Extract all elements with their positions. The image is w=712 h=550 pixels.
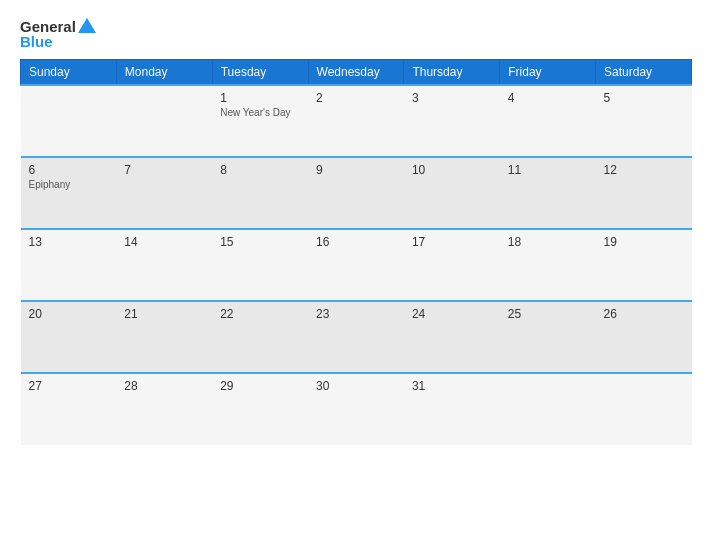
calendar-week-5: 2728293031 (21, 373, 692, 445)
calendar-week-2: 6Epiphany789101112 (21, 157, 692, 229)
calendar-cell: 31 (404, 373, 500, 445)
day-number: 31 (412, 379, 492, 393)
day-number: 3 (412, 91, 492, 105)
day-number: 1 (220, 91, 300, 105)
day-number: 11 (508, 163, 588, 177)
calendar-cell: 5 (596, 85, 692, 157)
days-of-week-row: SundayMondayTuesdayWednesdayThursdayFrid… (21, 60, 692, 86)
day-number: 20 (29, 307, 109, 321)
calendar-cell (21, 85, 117, 157)
calendar-cell: 17 (404, 229, 500, 301)
day-number: 27 (29, 379, 109, 393)
calendar-cell: 9 (308, 157, 404, 229)
calendar-cell: 7 (116, 157, 212, 229)
header: GeneralBlue (20, 18, 692, 49)
day-number: 5 (604, 91, 684, 105)
calendar-table: SundayMondayTuesdayWednesdayThursdayFrid… (20, 59, 692, 445)
calendar-cell: 18 (500, 229, 596, 301)
calendar-cell: 28 (116, 373, 212, 445)
holiday-label: New Year's Day (220, 107, 300, 118)
day-number: 4 (508, 91, 588, 105)
calendar-cell: 14 (116, 229, 212, 301)
day-number: 26 (604, 307, 684, 321)
calendar-week-1: 1New Year's Day2345 (21, 85, 692, 157)
calendar-cell: 27 (21, 373, 117, 445)
day-header-friday: Friday (500, 60, 596, 86)
logo-general-text: General (20, 19, 76, 34)
calendar-cell: 29 (212, 373, 308, 445)
day-number: 21 (124, 307, 204, 321)
day-number: 2 (316, 91, 396, 105)
calendar-cell: 6Epiphany (21, 157, 117, 229)
logo-blue-text: Blue (20, 34, 53, 49)
calendar-cell: 13 (21, 229, 117, 301)
logo-triangle-icon (78, 18, 96, 33)
day-number: 18 (508, 235, 588, 249)
calendar-body: 1New Year's Day23456Epiphany789101112131… (21, 85, 692, 445)
day-number: 14 (124, 235, 204, 249)
calendar-cell: 20 (21, 301, 117, 373)
day-header-wednesday: Wednesday (308, 60, 404, 86)
day-header-sunday: Sunday (21, 60, 117, 86)
calendar-cell: 23 (308, 301, 404, 373)
day-header-monday: Monday (116, 60, 212, 86)
day-number: 13 (29, 235, 109, 249)
day-number: 6 (29, 163, 109, 177)
calendar-cell: 30 (308, 373, 404, 445)
day-number: 23 (316, 307, 396, 321)
day-number: 17 (412, 235, 492, 249)
day-number: 8 (220, 163, 300, 177)
day-number: 15 (220, 235, 300, 249)
calendar-cell: 16 (308, 229, 404, 301)
calendar-week-3: 13141516171819 (21, 229, 692, 301)
day-header-tuesday: Tuesday (212, 60, 308, 86)
calendar-cell: 3 (404, 85, 500, 157)
holiday-label: Epiphany (29, 179, 109, 190)
calendar-cell (500, 373, 596, 445)
day-number: 25 (508, 307, 588, 321)
day-number: 10 (412, 163, 492, 177)
calendar-cell: 12 (596, 157, 692, 229)
calendar-cell: 10 (404, 157, 500, 229)
calendar-cell: 8 (212, 157, 308, 229)
day-number: 19 (604, 235, 684, 249)
calendar-cell: 25 (500, 301, 596, 373)
calendar-cell: 22 (212, 301, 308, 373)
day-number: 28 (124, 379, 204, 393)
calendar-header: SundayMondayTuesdayWednesdayThursdayFrid… (21, 60, 692, 86)
day-number: 30 (316, 379, 396, 393)
logo: GeneralBlue (20, 18, 96, 49)
calendar-page: GeneralBlue SundayMondayTuesdayWednesday… (0, 0, 712, 550)
day-number: 16 (316, 235, 396, 249)
day-number: 24 (412, 307, 492, 321)
calendar-week-4: 20212223242526 (21, 301, 692, 373)
day-number: 9 (316, 163, 396, 177)
calendar-cell: 19 (596, 229, 692, 301)
calendar-cell: 26 (596, 301, 692, 373)
calendar-cell: 15 (212, 229, 308, 301)
calendar-cell: 24 (404, 301, 500, 373)
calendar-cell (596, 373, 692, 445)
calendar-cell: 11 (500, 157, 596, 229)
day-header-saturday: Saturday (596, 60, 692, 86)
day-header-thursday: Thursday (404, 60, 500, 86)
day-number: 7 (124, 163, 204, 177)
calendar-cell: 4 (500, 85, 596, 157)
day-number: 12 (604, 163, 684, 177)
calendar-cell: 2 (308, 85, 404, 157)
calendar-cell: 1New Year's Day (212, 85, 308, 157)
day-number: 22 (220, 307, 300, 321)
calendar-cell (116, 85, 212, 157)
day-number: 29 (220, 379, 300, 393)
calendar-cell: 21 (116, 301, 212, 373)
